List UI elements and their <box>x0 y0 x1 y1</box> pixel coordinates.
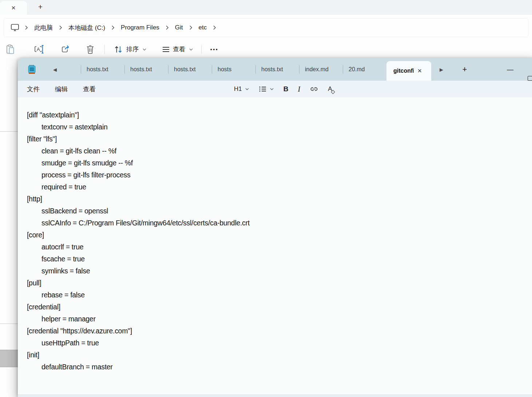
view-label: 查看 <box>173 45 185 53</box>
config-line: symlinks = false <box>27 265 529 277</box>
breadcrumb-item-program-files[interactable]: Program Files <box>119 23 162 33</box>
breadcrumb-item-this-pc[interactable]: 此电脑 <box>32 22 55 33</box>
explorer-address-row: 此电脑 本地磁盘 (C:) Program Files Git etc <box>0 15 532 41</box>
config-line: [pull] <box>27 277 529 289</box>
config-line: [credential "https://dev.azure.com"] <box>27 325 529 337</box>
format-toolbar: H1 B <box>232 81 334 97</box>
explorer-tab[interactable]: ✕ <box>0 1 27 15</box>
config-line: useHttpPath = true <box>27 337 529 349</box>
config-line: smudge = git-lfs smudge -- %f <box>27 157 529 169</box>
menu-view[interactable]: 查看 <box>83 85 96 93</box>
notepad-menu-bar: 文件 编辑 查看 H1 <box>18 81 532 97</box>
notepad-app-icon <box>27 64 36 75</box>
sort-button[interactable]: 排序 <box>111 43 150 56</box>
view-icon <box>162 46 170 53</box>
delete-button[interactable] <box>83 43 98 56</box>
menu-file[interactable]: 文件 <box>27 85 40 93</box>
tab-scroll-right-button[interactable]: ▶ <box>436 58 446 81</box>
config-line: [init] <box>27 349 529 361</box>
heading-style-dropdown[interactable]: H1 <box>232 83 251 95</box>
bold-button[interactable]: B <box>281 83 291 95</box>
tab-close-icon[interactable]: ✕ <box>417 68 422 74</box>
notepad-tab-label: hosts.txt <box>130 66 152 73</box>
notepad-tab-label: hosts.txt <box>174 66 196 73</box>
share-button[interactable] <box>57 43 74 56</box>
minimize-button[interactable]: — <box>502 58 519 81</box>
config-line: sslCAInfo = C:/Program Files/Git/mingw64… <box>27 217 529 229</box>
breadcrumb-item-git[interactable]: Git <box>173 23 185 33</box>
notepad-tab-strip: hosts.txt hosts.txt hosts.txt hosts host… <box>81 58 431 81</box>
notepad-status-bar-edge <box>18 394 532 397</box>
explorer-new-tab-button[interactable]: + <box>35 0 46 14</box>
config-line: rebase = false <box>27 289 529 301</box>
rename-icon: A <box>33 44 44 55</box>
bold-icon: B <box>283 85 289 93</box>
notepad-new-tab-button[interactable]: + <box>459 58 471 81</box>
clear-formatting-icon: A <box>328 85 332 93</box>
breadcrumb-item-drive-c[interactable]: 本地磁盘 (C:) <box>66 22 107 33</box>
notepad-tab[interactable]: hosts.txt <box>124 58 168 81</box>
more-options-button[interactable]: ••• <box>207 43 222 56</box>
notepad-tab[interactable]: hosts.txt <box>168 58 212 81</box>
breadcrumb-chevron-icon <box>107 25 119 30</box>
chevron-down-icon <box>142 48 147 51</box>
notepad-tab-label: hosts <box>218 66 231 73</box>
breadcrumb-chevron-icon <box>209 25 220 30</box>
notepad-tab[interactable]: gitconfig ✕ <box>386 61 431 81</box>
svg-text:A: A <box>37 47 40 52</box>
config-line: required = true <box>27 181 529 193</box>
toolbar-divider <box>201 45 202 54</box>
editor[interactable]: [diff "astextplain"]textconv = astextpla… <box>18 97 532 394</box>
notepad-tab[interactable]: 20.md <box>343 58 386 81</box>
notepad-tab[interactable]: index.md <box>299 58 343 81</box>
insert-link-button[interactable] <box>307 83 321 95</box>
explorer-list-divider <box>0 324 18 324</box>
explorer-command-bar: A <box>0 41 532 58</box>
config-line: textconv = astextplain <box>27 121 529 133</box>
notepad-tab[interactable]: hosts.txt <box>81 58 124 81</box>
breadcrumb-chevron-icon <box>21 25 32 30</box>
notepad-tab[interactable]: hosts <box>212 58 255 81</box>
explorer-tab-close-icon[interactable]: ✕ <box>11 5 16 11</box>
italic-button[interactable]: I <box>295 83 302 95</box>
explorer-selected-row[interactable] <box>0 350 18 367</box>
notepad-tab-label: gitconfig <box>393 68 414 74</box>
chevron-down-icon <box>189 48 193 51</box>
notepad-tab-label: index.md <box>305 66 329 73</box>
paste-button[interactable] <box>3 43 18 56</box>
paste-icon <box>6 44 15 55</box>
config-line: defaultBranch = master <box>27 361 529 373</box>
toolbar-divider <box>104 45 105 54</box>
rename-button[interactable]: A <box>31 43 47 56</box>
desktop: ✕ + 此电脑 本地磁盘 (C:) P <box>0 0 532 397</box>
italic-icon: I <box>298 85 300 93</box>
breadcrumb-chevron-icon <box>55 25 66 30</box>
bulleted-list-icon <box>259 86 267 92</box>
more-icon: ••• <box>210 47 219 52</box>
config-line: [core] <box>27 229 529 241</box>
notepad-window: ◀ hosts.txt hosts.txt hosts.txt hosts ho… <box>18 58 532 397</box>
view-button[interactable]: 查看 <box>159 43 196 56</box>
delete-icon <box>86 44 95 55</box>
breadcrumb-item-etc[interactable]: etc <box>196 23 209 33</box>
config-line: helper = manager <box>27 313 529 325</box>
tab-scroll-left-button[interactable]: ◀ <box>50 58 60 81</box>
breadcrumb[interactable]: 此电脑 本地磁盘 (C:) Program Files Git etc <box>4 18 528 37</box>
notepad-tab-label: 20.md <box>349 66 365 73</box>
notepad-tab-label: hosts.txt <box>261 66 283 73</box>
notepad-tab[interactable]: hosts.txt <box>255 58 299 81</box>
sort-label: 排序 <box>126 45 139 53</box>
editor-body: [diff "astextplain"]textconv = astextpla… <box>27 109 529 373</box>
heading-label: H1 <box>234 85 242 93</box>
menu-edit[interactable]: 编辑 <box>55 85 68 93</box>
maximize-icon <box>528 76 532 81</box>
config-line: process = git-lfs filter-process <box>27 169 529 181</box>
config-line: fscache = true <box>27 253 529 265</box>
breadcrumb-chevron-icon <box>185 25 196 30</box>
sort-icon <box>114 45 123 54</box>
notepad-tab-label: hosts.txt <box>87 66 108 73</box>
list-style-dropdown[interactable] <box>257 83 276 95</box>
chevron-down-icon <box>270 88 274 91</box>
notepad-title-bar[interactable]: ◀ hosts.txt hosts.txt hosts.txt hosts ho… <box>18 58 532 81</box>
clear-formatting-button[interactable]: A <box>326 83 334 95</box>
